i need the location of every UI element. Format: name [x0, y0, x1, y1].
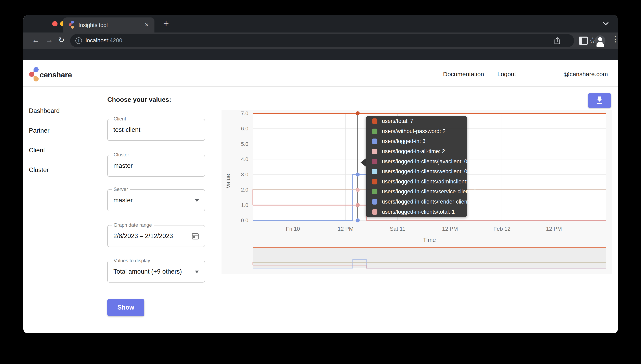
sidebar-item-client[interactable]: Client: [29, 147, 45, 154]
nav-logout[interactable]: Logout: [497, 71, 516, 78]
series-swatch: [372, 189, 377, 194]
server-select[interactable]: Server master: [107, 189, 205, 211]
back-icon[interactable]: ←: [32, 36, 40, 44]
chevron-down-icon[interactable]: [603, 22, 609, 26]
y-axis-label: Value: [225, 161, 232, 202]
address-bar[interactable]: i localhost:4200 ☆: [70, 34, 574, 47]
date-range-field[interactable]: Graph date range 2/8/2023 – 2/12/2023: [107, 225, 205, 247]
browser-window: Insights tool × + ← → ↻ i localhost:4200…: [23, 15, 618, 333]
tooltip-row: users/logged-in-clients/javaclient: 0: [366, 156, 467, 166]
nav-documentation[interactable]: Documentation: [443, 71, 484, 78]
crosshair-dot: [356, 218, 360, 222]
tooltip-text: users/logged-in: 3: [382, 138, 426, 144]
cluster-field-value[interactable]: master: [113, 162, 133, 170]
series-swatch: [372, 118, 377, 124]
y-tick: 5.0: [222, 141, 248, 147]
show-button[interactable]: Show: [107, 299, 144, 316]
sidebar-divider: [83, 87, 83, 333]
series-swatch: [372, 128, 377, 134]
cluster-field-label: Cluster: [112, 152, 131, 158]
chevron-down-icon: [195, 199, 199, 202]
site-info-icon[interactable]: i: [75, 38, 82, 44]
y-tick: 7.0: [222, 110, 248, 116]
series-swatch: [372, 149, 377, 154]
x-tick: Sat 11: [383, 226, 412, 232]
app-page: censhare Documentation Logout @censhare.…: [23, 60, 618, 333]
tooltip-arrow: [361, 158, 366, 167]
tooltip-text: users/logged-in-all-time: 2: [382, 148, 445, 154]
series-swatch: [372, 179, 377, 184]
crosshair-dot: [356, 111, 360, 116]
tooltip-text: users/without-password: 2: [382, 128, 446, 134]
y-tick: 1.0: [222, 202, 248, 208]
crosshair-dot: [356, 188, 360, 192]
account-email: @censhare.com: [563, 71, 608, 78]
form-title: Choose your values:: [107, 96, 171, 104]
client-field[interactable]: Client test-client: [107, 119, 205, 141]
tab-title: Insights tool: [79, 22, 108, 28]
tooltip-text: users/logged-in-clients/service-client: …: [382, 188, 476, 195]
series-swatch: [372, 169, 377, 174]
tooltip-text: users/logged-in-clients/render-client: 0: [382, 199, 475, 205]
client-field-value[interactable]: test-client: [113, 126, 141, 134]
client-field-label: Client: [112, 116, 128, 122]
series-swatch: [372, 159, 377, 164]
tab-strip: Insights tool × +: [23, 15, 618, 32]
browser-menu-icon[interactable]: ⋮: [611, 34, 618, 44]
series-swatch: [372, 209, 377, 215]
tooltip-row: users/logged-in-all-time: 2: [366, 146, 467, 156]
sidebar-item-partner[interactable]: Partner: [29, 127, 50, 134]
cluster-field[interactable]: Cluster master: [107, 155, 205, 177]
header-divider: [23, 86, 618, 87]
values-display-select[interactable]: Values to display Total amount (+9 other…: [107, 260, 205, 282]
profile-avatar[interactable]: [595, 35, 605, 46]
chevron-down-icon: [195, 270, 199, 273]
y-tick: 0.0: [222, 217, 248, 224]
x-tick: Fri 10: [279, 226, 307, 232]
side-panel-icon[interactable]: [579, 36, 588, 45]
x-tick: 12 PM: [436, 226, 464, 232]
url-text[interactable]: localhost:4200: [86, 37, 122, 44]
tooltip-text: users/logged-in-clients/javaclient: 0: [382, 158, 467, 165]
crosshair-dot: [356, 172, 360, 176]
reload-icon[interactable]: ↻: [58, 36, 65, 44]
date-range-value[interactable]: 2/8/2023 – 2/12/2023: [113, 232, 173, 240]
y-tick: 6.0: [222, 126, 248, 132]
tooltip-text: users/logged-in-clients/adminclient: 1: [382, 178, 472, 185]
calendar-icon[interactable]: [191, 232, 199, 240]
tooltip-row: users/without-password: 2: [366, 126, 467, 136]
x-tick: Feb 12: [488, 226, 516, 232]
toolbar-lower-strip: [23, 49, 618, 60]
values-display-value[interactable]: Total amount (+9 others): [113, 268, 182, 275]
browser-tab[interactable]: Insights tool ×: [63, 18, 155, 32]
tooltip-row: users/logged-in-clients/render-client: 0: [366, 197, 467, 207]
censhare-favicon: [69, 21, 74, 29]
chart-tooltip: users/total: 7users/without-password: 2u…: [366, 116, 467, 217]
tooltip-text: users/total: 7: [382, 118, 413, 124]
tooltip-row: users/logged-in-clients/total: 1: [366, 207, 467, 217]
sidebar-item-dashboard[interactable]: Dashboard: [29, 107, 60, 114]
series-swatch: [372, 199, 377, 204]
x-tick: 12 PM: [331, 226, 360, 232]
tooltip-row: users/logged-in-clients/webclient: 0: [366, 166, 467, 177]
forward-icon[interactable]: →: [45, 36, 53, 44]
series-swatch: [372, 138, 377, 144]
sidebar-item-cluster[interactable]: Cluster: [29, 166, 49, 174]
tab-close-icon[interactable]: ×: [145, 21, 149, 28]
download-icon: [595, 96, 603, 105]
window-close-button[interactable]: [52, 21, 58, 26]
tooltip-row: users/logged-in: 3: [366, 136, 467, 146]
values-display-label: Values to display: [112, 258, 152, 264]
x-tick: 12 PM: [540, 226, 568, 232]
server-select-value[interactable]: master: [113, 196, 133, 204]
share-icon[interactable]: [554, 37, 561, 45]
browser-toolbar: ← → ↻ i localhost:4200 ☆ ⋮: [23, 32, 618, 49]
server-select-label: Server: [112, 186, 130, 192]
censhare-logo: censhare: [29, 67, 39, 82]
crosshair-dot: [356, 203, 360, 207]
new-tab-button[interactable]: +: [163, 18, 169, 28]
logo-text: censhare: [40, 71, 72, 79]
tooltip-text: users/logged-in-clients/webclient: 0: [382, 168, 467, 175]
download-button[interactable]: [588, 93, 611, 108]
x-axis-label: Time: [417, 237, 442, 243]
